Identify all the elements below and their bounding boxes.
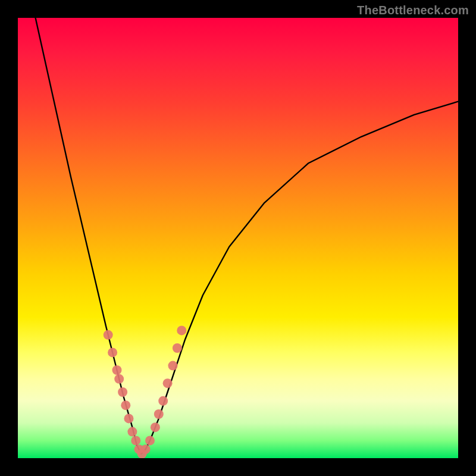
curve-group	[36, 18, 458, 454]
sample-point	[127, 427, 137, 437]
plot-area	[18, 18, 458, 458]
sample-point	[168, 361, 177, 371]
sample-point	[108, 347, 117, 357]
sample-point	[124, 414, 133, 423]
sample-point	[118, 387, 127, 397]
sample-point	[112, 365, 122, 375]
chart-container: TheBottleneck.com	[0, 0, 476, 476]
sample-point	[121, 400, 130, 410]
sample-point	[173, 343, 182, 353]
sample-point	[163, 378, 173, 388]
sample-point	[104, 330, 113, 340]
chart-svg	[18, 18, 458, 458]
sample-point	[131, 436, 140, 445]
sample-points-group	[104, 325, 187, 458]
watermark-text: TheBottleneck.com	[357, 4, 469, 17]
sample-point	[158, 396, 168, 406]
sample-point	[114, 374, 124, 384]
bottleneck-curve	[36, 18, 458, 454]
sample-point	[177, 325, 186, 335]
sample-point	[145, 436, 155, 445]
sample-point	[151, 422, 160, 432]
sample-point	[154, 409, 164, 419]
sample-point	[141, 444, 151, 454]
